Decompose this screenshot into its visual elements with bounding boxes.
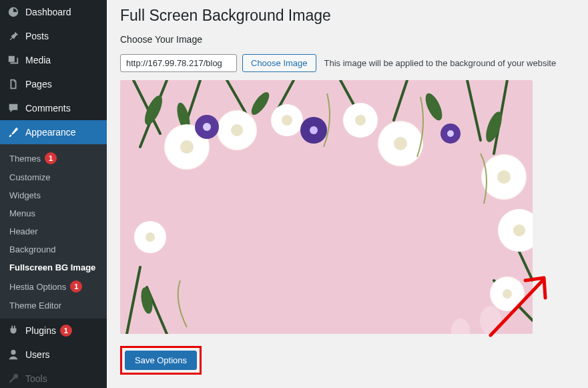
svg-point-22 xyxy=(497,170,511,184)
svg-point-14 xyxy=(282,115,292,126)
sidebar-item-posts[interactable]: Posts xyxy=(0,24,107,48)
appearance-submenu: Themes 1 Customize Widgets Menus Header … xyxy=(0,144,107,319)
svg-point-37 xyxy=(447,130,454,137)
sidebar-item-comments[interactable]: Comments xyxy=(0,96,107,120)
sidebar-item-label: Pages xyxy=(25,79,52,89)
update-badge: 1 xyxy=(60,325,72,337)
save-options-button[interactable]: Save Options xyxy=(125,351,197,370)
helper-text: This image will be applied to the backgr… xyxy=(324,58,557,68)
brush-icon xyxy=(7,126,20,139)
sidebar-item-label: Tools xyxy=(25,373,47,384)
sub-item-fullscreen-bg-image[interactable]: Fullscreen BG Image xyxy=(0,258,107,276)
media-icon xyxy=(7,53,20,67)
image-url-input[interactable] xyxy=(120,54,237,72)
sidebar-item-pages[interactable]: Pages xyxy=(0,72,107,96)
svg-point-24 xyxy=(513,224,525,236)
page-title: Full Screen Background Image xyxy=(120,7,575,25)
svg-point-16 xyxy=(355,115,366,126)
dashboard-icon xyxy=(7,5,20,19)
svg-point-29 xyxy=(503,289,512,299)
choose-image-button[interactable]: Choose Image xyxy=(242,54,316,72)
sidebar-item-plugins[interactable]: Plugins 1 xyxy=(0,319,107,343)
pin-icon xyxy=(7,29,20,43)
page-icon xyxy=(7,77,20,91)
sub-item-theme-editor[interactable]: Theme Editor xyxy=(0,297,107,315)
update-badge: 1 xyxy=(45,152,57,164)
sub-item-widgets[interactable]: Widgets xyxy=(0,186,107,204)
sub-item-label: Themes xyxy=(9,154,41,164)
svg-point-12 xyxy=(231,124,243,136)
comment-icon xyxy=(7,102,20,115)
sidebar-item-tools[interactable]: Tools xyxy=(0,367,107,388)
page-subhead: Choose Your Image xyxy=(120,34,575,45)
svg-point-26 xyxy=(145,232,155,242)
sub-item-label: Hestia Options xyxy=(9,282,66,292)
main-content: Full Screen Background Image Choose Your… xyxy=(107,0,588,388)
sub-item-label: Header xyxy=(9,226,38,236)
sub-item-label: Background xyxy=(9,244,55,254)
sub-item-header[interactable]: Header xyxy=(0,222,107,240)
svg-point-9 xyxy=(180,140,194,154)
save-button-highlight: Save Options xyxy=(120,346,202,375)
sub-item-menus[interactable]: Menus xyxy=(0,204,107,222)
sidebar-item-label: Plugins xyxy=(25,325,56,336)
svg-point-33 xyxy=(203,123,211,131)
admin-sidebar: Dashboard Posts Media Pages Comments App… xyxy=(0,0,107,388)
image-controls-row: Choose Image This image will be applied … xyxy=(120,54,575,72)
sub-item-themes[interactable]: Themes 1 xyxy=(0,148,107,168)
sidebar-item-dashboard[interactable]: Dashboard xyxy=(0,0,107,24)
user-icon xyxy=(7,348,20,361)
sidebar-item-label: Appearance xyxy=(25,127,76,138)
sidebar-item-label: Media xyxy=(25,55,51,65)
sub-item-label: Menus xyxy=(9,208,35,218)
sidebar-item-appearance[interactable]: Appearance xyxy=(0,120,107,144)
sub-item-label: Theme Editor xyxy=(9,301,61,311)
sub-item-label: Customize xyxy=(9,172,50,182)
svg-point-30 xyxy=(480,306,501,334)
background-image-preview xyxy=(120,80,533,334)
sidebar-item-label: Users xyxy=(25,349,50,360)
sidebar-item-label: Dashboard xyxy=(25,7,71,17)
sub-item-label: Fullscreen BG Image xyxy=(9,262,95,272)
svg-point-35 xyxy=(310,126,318,134)
wrench-icon xyxy=(7,372,20,385)
sidebar-item-media[interactable]: Media xyxy=(0,48,107,72)
sub-item-hestia-options[interactable]: Hestia Options 1 xyxy=(0,276,107,297)
sub-item-label: Widgets xyxy=(9,190,41,200)
sidebar-item-label: Comments xyxy=(25,103,71,114)
sub-item-customize[interactable]: Customize xyxy=(0,168,107,186)
svg-point-19 xyxy=(394,137,407,150)
sidebar-item-label: Posts xyxy=(25,31,49,41)
update-badge: 1 xyxy=(70,280,82,293)
sub-item-background[interactable]: Background xyxy=(0,240,107,258)
sidebar-item-users[interactable]: Users xyxy=(0,343,107,367)
plugin-icon xyxy=(7,324,20,337)
